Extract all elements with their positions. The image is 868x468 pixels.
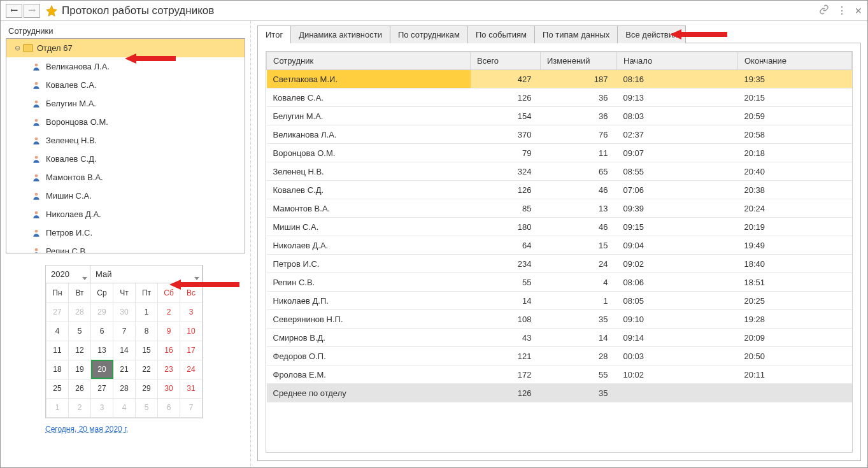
table-row[interactable]: Фролова Е.М.1725510:0220:11 (267, 365, 852, 384)
calendar-day[interactable]: 29 (91, 302, 113, 322)
calendar-grid[interactable]: ПнВтСрЧтПтСбВс 2728293012345678910111213… (46, 283, 203, 418)
calendar-day[interactable]: 25 (46, 379, 69, 398)
table-header[interactable]: Сотрудник (267, 52, 471, 70)
calendar-day[interactable]: 27 (91, 379, 113, 398)
table-header[interactable]: Начало (617, 52, 738, 70)
table-row[interactable]: Светлакова М.И.42718708:1619:35 (267, 70, 852, 89)
tab-2[interactable]: По сотрудникам (390, 25, 468, 43)
tree-department[interactable]: ⊖ Отдел 67 (6, 39, 245, 57)
table-row[interactable]: Репин С.В.55408:0618:51 (267, 273, 852, 292)
table-row[interactable]: Зеленец Н.В.3246508:5520:40 (267, 162, 852, 181)
calendar-day[interactable]: 7 (113, 322, 136, 341)
calendar-day[interactable]: 31 (180, 379, 203, 398)
link-icon[interactable] (819, 4, 829, 17)
calendar-day[interactable]: 17 (180, 341, 203, 360)
calendar-day[interactable]: 3 (180, 302, 203, 322)
calendar-day[interactable]: 7 (180, 398, 203, 417)
calendar-day[interactable]: 16 (158, 341, 180, 360)
table-header[interactable]: Всего (471, 52, 541, 70)
calendar-weekday: Пт (136, 283, 158, 302)
tree-employee[interactable]: Великанова Л.А. (6, 57, 245, 76)
tree-employee[interactable]: Белугин М.А. (6, 94, 245, 113)
calendar-day[interactable]: 21 (113, 360, 136, 379)
calendar-day[interactable]: 19 (69, 360, 91, 379)
calendar-day[interactable]: 3 (91, 398, 113, 417)
calendar-today-link[interactable]: Сегодня, 20 мая 2020 г. (45, 425, 245, 434)
calendar-day[interactable]: 8 (136, 322, 158, 341)
calendar-day[interactable]: 22 (136, 360, 158, 379)
tree-employee[interactable]: Петров И.С. (6, 223, 245, 242)
calendar-day[interactable]: 2 (158, 302, 180, 322)
tree-employee[interactable]: Ковалев С.Д. (6, 150, 245, 168)
calendar-day[interactable]: 24 (180, 360, 203, 379)
tree-employee[interactable]: Воронцова О.М. (6, 113, 245, 131)
person-icon (32, 247, 41, 254)
calendar-day[interactable]: 13 (91, 341, 113, 360)
table-row[interactable]: Белугин М.А.1543608:0320:59 (267, 107, 852, 125)
table-row[interactable]: Петров И.С.2342409:0218:40 (267, 255, 852, 273)
calendar-day[interactable]: 12 (69, 341, 91, 360)
calendar-day[interactable]: 11 (46, 341, 69, 360)
table-row[interactable]: Николаев Д.А.641509:0419:49 (267, 236, 852, 255)
calendar-day[interactable]: 29 (136, 379, 158, 398)
calendar-day[interactable]: 15 (136, 341, 158, 360)
calendar-day[interactable]: 6 (91, 322, 113, 341)
svg-point-1 (35, 82, 38, 85)
calendar-day[interactable]: 28 (69, 302, 91, 322)
table-row[interactable]: Ковалев С.Д.1264607:0620:38 (267, 181, 852, 199)
tab-3[interactable]: По событиям (467, 25, 535, 43)
calendar-day[interactable]: 5 (136, 398, 158, 417)
tab-1[interactable]: Динамика активности (290, 25, 390, 43)
calendar-day[interactable]: 18 (46, 360, 69, 379)
more-menu-icon[interactable]: ⋮ (837, 4, 847, 17)
calendar-year-select[interactable]: 2020 (46, 266, 90, 283)
calendar-day[interactable]: 28 (113, 379, 136, 398)
calendar-day[interactable]: 10 (180, 322, 203, 341)
calendar-day[interactable]: 26 (69, 379, 91, 398)
tree-employee[interactable]: Мамонтов В.А. (6, 168, 245, 187)
calendar-day[interactable]: 14 (113, 341, 136, 360)
svg-point-0 (35, 63, 38, 66)
tree-employee[interactable]: Мишин С.А. (6, 187, 245, 205)
tree-employee[interactable]: Ковалев С.А. (6, 76, 245, 94)
tab-4[interactable]: По типам данных (534, 25, 618, 43)
table-row[interactable]: Смирнов В.Д.431409:1420:09 (267, 329, 852, 347)
calendar-day[interactable]: 1 (46, 398, 69, 417)
calendar-day[interactable]: 20 (91, 360, 113, 379)
table-row[interactable]: Великанова Л.А.3707602:3720:58 (267, 125, 852, 144)
table-row[interactable]: Северянинов Н.П.1083509:1019:28 (267, 310, 852, 329)
tab-5[interactable]: Все действия (617, 25, 686, 43)
collapse-icon[interactable]: ⊖ (13, 44, 22, 52)
calendar-day[interactable]: 5 (69, 322, 91, 341)
calendar-day[interactable]: 1 (136, 302, 158, 322)
table-row[interactable]: Федоров О.П.1212800:0320:50 (267, 347, 852, 365)
table-header[interactable]: Изменений (541, 52, 617, 70)
calendar-day[interactable]: 6 (158, 398, 180, 417)
tab-0[interactable]: Итог (257, 25, 291, 43)
favorite-star-icon[interactable] (45, 4, 58, 17)
table-row[interactable]: Ковалев С.А.1263609:1320:15 (267, 89, 852, 107)
table-row[interactable]: Воронцова О.М.791109:0720:18 (267, 144, 852, 162)
table-row[interactable]: Мамонтов В.А.851309:3920:24 (267, 199, 852, 218)
employee-tree[interactable]: ⊖ Отдел 67 Великанова Л.А.Ковалев С.А.Бе… (6, 38, 245, 253)
calendar-day[interactable]: 4 (113, 398, 136, 417)
tree-employee[interactable]: Зеленец Н.В. (6, 131, 245, 150)
calendar-day[interactable]: 4 (46, 322, 69, 341)
tree-employee[interactable]: Николаев Д.А. (6, 205, 245, 223)
table-row[interactable]: Николаев Д.П.14108:0520:25 (267, 292, 852, 310)
close-icon[interactable]: ✕ (855, 6, 862, 16)
calendar-day[interactable]: 2 (69, 398, 91, 417)
calendar[interactable]: 2020 Май ПнВтСрЧтПтСбВс 2728293012345678… (45, 265, 203, 418)
calendar-month-select[interactable]: Май (90, 266, 203, 283)
calendar-day[interactable]: 9 (158, 322, 180, 341)
table-header[interactable]: Окончание (738, 52, 852, 70)
calendar-day[interactable]: 27 (46, 302, 69, 322)
calendar-day[interactable]: 30 (158, 379, 180, 398)
report-table[interactable]: СотрудникВсегоИзмененийНачалоОкончание С… (266, 52, 852, 402)
person-icon (32, 99, 41, 108)
calendar-day[interactable]: 23 (158, 360, 180, 379)
calendar-day[interactable]: 30 (113, 302, 136, 322)
tree-employee[interactable]: Репин С.В. (6, 242, 245, 253)
table-row[interactable]: Мишин С.А.1804609:1520:19 (267, 218, 852, 236)
nav-back-button[interactable]: 🠔 (6, 4, 22, 18)
